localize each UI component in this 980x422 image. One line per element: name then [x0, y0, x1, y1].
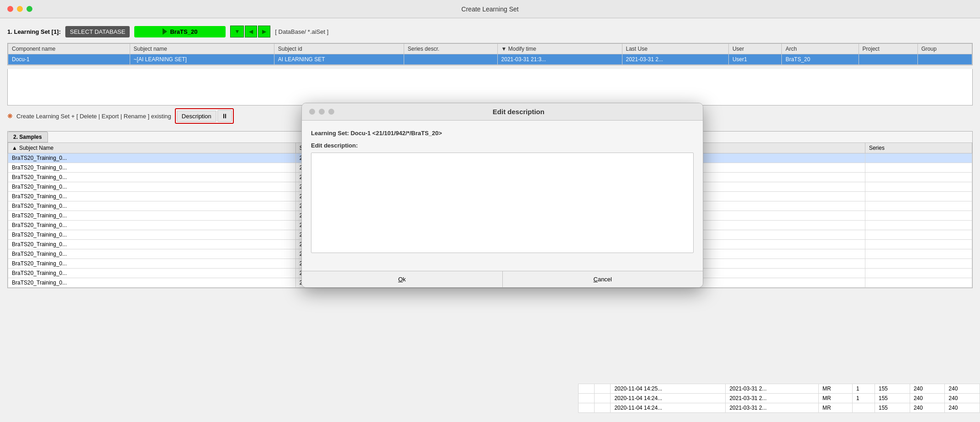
window-controls	[7, 6, 32, 12]
ok-label: Ok	[398, 276, 406, 283]
modal-body: Learning Set: Docu-1 <21/101/942/*/BraTS…	[302, 121, 703, 271]
cell-subject-name: ~[AI LEARNING SET]	[130, 54, 274, 65]
col-last-use[interactable]: Last Use	[622, 44, 728, 54]
ok-button[interactable]: Ok	[302, 271, 503, 287]
table-row: 2020-11-04 14:25... 2021-03-31 2... MR 1…	[579, 384, 980, 394]
samples-col-series[interactable]: Series	[865, 143, 972, 153]
col-modify-time[interactable]: ▼ Modify time	[497, 44, 622, 54]
cell-modify-time: 2021-03-31 21:3...	[497, 54, 622, 65]
path-label: [ DataBase/ *.aiSet ]	[275, 28, 328, 35]
prev-nav-button[interactable]: ◀	[245, 26, 257, 37]
sort-ascending-icon: ▲	[12, 145, 17, 151]
modal-ls-label: Learning Set: Docu-1 <21/101/942/*/BraTS…	[311, 130, 694, 137]
cell-arch: BraTS_20	[782, 54, 859, 65]
cell-subject-id: AI LEARNING SET	[274, 54, 404, 65]
description-icon-button[interactable]: ⏸	[217, 110, 232, 122]
table-row[interactable]: Docu-1 ~[AI LEARNING SET] AI LEARNING SE…	[8, 54, 972, 65]
cell-component-name: Docu-1	[8, 54, 130, 65]
cell-subject-name: BraTS20_Training_0...	[8, 173, 296, 182]
cell-series	[865, 230, 972, 240]
cell-series	[865, 153, 972, 163]
cell-series	[865, 192, 972, 201]
cell-user: User1	[728, 54, 781, 65]
cancel-button[interactable]: Cancel	[503, 271, 703, 287]
main-table: Component name Subject name Subject id S…	[8, 43, 972, 65]
cell-subject-name: BraTS20_Training_0...	[8, 192, 296, 201]
col-subject-id[interactable]: Subject id	[274, 44, 404, 54]
cell-series	[865, 173, 972, 182]
cell-project	[859, 54, 917, 65]
cell-subject-name: BraTS20_Training_0...	[8, 278, 296, 288]
cell-series	[865, 201, 972, 211]
learning-set-label: 1. Learning Set [1]:	[7, 28, 61, 35]
cell-subject-name: BraTS20_Training_0...	[8, 230, 296, 240]
title-bar: Create Learning Set	[0, 0, 980, 18]
cell-subject-name: BraTS20_Training_0...	[8, 249, 296, 259]
empty-table-area	[7, 69, 973, 106]
cell-subject-name: BraTS20_Training_0...	[8, 182, 296, 192]
col-user[interactable]: User	[728, 44, 781, 54]
cell-subject-name: BraTS20_Training_0...	[8, 259, 296, 269]
description-button[interactable]: Description	[177, 111, 216, 122]
cell-subject-name: BraTS20_Training_0...	[8, 269, 296, 278]
cell-series	[865, 182, 972, 192]
modal-window-controls	[309, 109, 334, 115]
nav-buttons: ▼ ◀ ▶	[230, 26, 270, 37]
cell-series-descr	[404, 54, 497, 65]
modal-footer: Ok Cancel	[302, 271, 703, 287]
cell-subject-name: BraTS20_Training_0...	[8, 201, 296, 211]
edit-description-modal: Edit description Learning Set: Docu-1 <2…	[301, 103, 703, 288]
database-name-button[interactable]: BraTS_20	[134, 26, 226, 37]
main-table-container: Component name Subject name Subject id S…	[7, 43, 973, 65]
main-table-header: Component name Subject name Subject id S…	[8, 44, 972, 54]
col-arch[interactable]: Arch	[782, 44, 859, 54]
samples-tab[interactable]: 2. Samples	[8, 132, 48, 142]
cell-subject-name: BraTS20_Training_0...	[8, 221, 296, 230]
col-series-descr[interactable]: Series descr.	[404, 44, 497, 54]
window-title: Create Learning Set	[461, 5, 518, 13]
bottom-data-table: 2020-11-04 14:25... 2021-03-31 2... MR 1…	[578, 384, 980, 413]
description-area: Description ⏸	[175, 108, 234, 124]
next-nav-button[interactable]: ▶	[258, 26, 270, 37]
snowflake-icon: ❋	[7, 112, 13, 120]
cell-series	[865, 278, 972, 288]
play-icon	[163, 28, 167, 35]
samples-col-subject-name[interactable]: ▲Subject Name	[8, 143, 296, 153]
cell-group	[917, 54, 972, 65]
cell-series	[865, 249, 972, 259]
col-subject-name[interactable]: Subject name	[130, 44, 274, 54]
create-ls-label: Create Learning Set + [ Delete | Export …	[16, 113, 171, 120]
col-group[interactable]: Group	[917, 44, 972, 54]
main-window: 1. Learning Set [1]: SELECT DATABASE Bra…	[0, 18, 980, 422]
cell-series	[865, 240, 972, 249]
cell-last-use: 2021-03-31 2...	[622, 54, 728, 65]
cell-series	[865, 259, 972, 269]
edit-description-textarea[interactable]	[311, 153, 694, 253]
minimize-button[interactable]	[17, 6, 23, 12]
modal-minimize-button[interactable]	[319, 109, 325, 115]
database-name-label: BraTS_20	[170, 28, 197, 35]
cell-subject-name: BraTS20_Training_0...	[8, 163, 296, 173]
modal-close-button[interactable]	[309, 109, 315, 115]
close-button[interactable]	[7, 6, 13, 12]
cell-subject-name: BraTS20_Training_0...	[8, 240, 296, 249]
table-row: 2020-11-04 14:24... 2021-03-31 2... MR 1…	[579, 394, 980, 403]
cell-series	[865, 163, 972, 173]
learning-set-row: 1. Learning Set [1]: SELECT DATABASE Bra…	[7, 26, 973, 37]
modal-title-bar: Edit description	[302, 103, 703, 121]
cell-series	[865, 221, 972, 230]
select-database-button[interactable]: SELECT DATABASE	[65, 26, 130, 37]
modal-title: Edit description	[342, 108, 695, 116]
cancel-label: Cancel	[594, 276, 612, 283]
table-row: 2020-11-04 14:24... 2021-03-31 2... MR 1…	[579, 403, 980, 413]
modal-desc-label: Edit description:	[311, 142, 694, 149]
maximize-button[interactable]	[26, 6, 32, 12]
dropdown-nav-button[interactable]: ▼	[230, 26, 244, 37]
col-project[interactable]: Project	[859, 44, 917, 54]
bottom-data-area: 2020-11-04 14:25... 2021-03-31 2... MR 1…	[578, 384, 980, 413]
modal-maximize-button[interactable]	[328, 109, 334, 115]
cell-subject-name: BraTS20_Training_0...	[8, 211, 296, 221]
cell-subject-name: BraTS20_Training_0...	[8, 153, 296, 163]
col-component-name[interactable]: Component name	[8, 44, 130, 54]
cell-series	[865, 211, 972, 221]
